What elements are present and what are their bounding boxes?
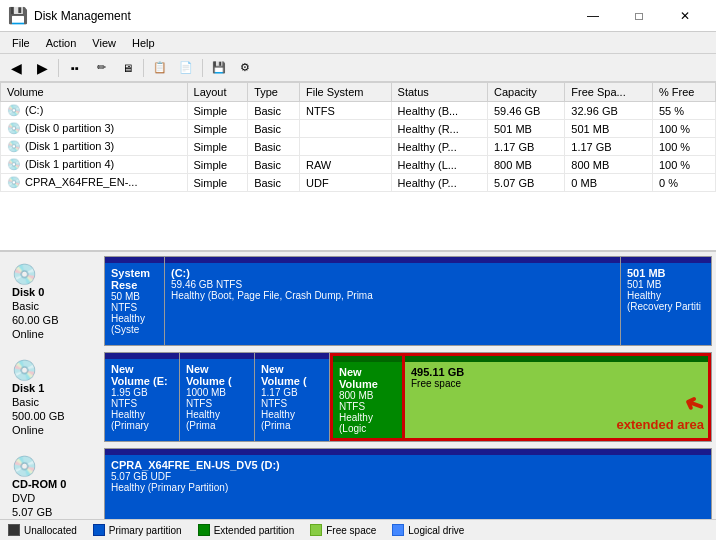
disk0-part1-size: 50 MB NTFS [111,291,158,313]
disk1-part2-name: New Volume ( [186,363,248,387]
disk0-status: Online [12,328,96,340]
disk0-partitions: System Rese 50 MB NTFS Healthy (Syste (C… [104,256,712,346]
disk0-name: Disk 0 [12,286,96,298]
disk1-part3[interactable]: New Volume ( 1.17 GB NTFS Healthy (Prima [255,353,330,441]
disk0-part2[interactable]: (C:) 59.46 GB NTFS Healthy (Boot, Page F… [165,257,621,345]
table-cell-0-2: Basic [248,102,300,120]
cdrom0-partitions: CPRA_X64FRE_EN-US_DV5 (D:) 5.07 GB UDF H… [104,448,712,519]
legend-extended: Extended partition [198,524,295,536]
volume-table-section: Volume Layout Type File System Status Ca… [0,82,716,252]
toolbar-separator-1 [58,59,59,77]
legend-primary-label: Primary partition [109,525,182,536]
back-button[interactable]: ◀ [4,57,28,79]
table-cell-2-2: Basic [248,138,300,156]
disk1-freespace-size: 495.11 GB [411,366,702,378]
disk1-type: Basic [12,396,96,408]
disk1-part4[interactable]: New Volume 800 MB NTFS Healthy (Logic [330,353,405,441]
menu-action[interactable]: Action [38,35,85,51]
legend-unallocated: Unallocated [8,524,77,536]
table-cell-3-3: RAW [300,156,392,174]
toolbar-btn-6[interactable]: 💾 [207,57,231,79]
legend-logical: Logical drive [392,524,464,536]
table-cell-3-5: 800 MB [487,156,564,174]
disk1-icon: 💿 [12,358,37,382]
table-cell-2-1: Simple [187,138,248,156]
cdrom0-label: 💿 CD-ROM 0 DVD 5.07 GB Online [4,448,104,519]
disk0-part2-name: (C:) [171,267,614,279]
table-cell-3-7: 100 % [652,156,715,174]
table-cell-4-0: 💿CPRA_X64FRE_EN-... [1,174,188,192]
drive-icon: 💿 [7,104,21,116]
legend-unallocated-label: Unallocated [24,525,77,536]
disk1-part2[interactable]: New Volume ( 1000 MB NTFS Healthy (Prima [180,353,255,441]
toolbar-btn-3[interactable]: 🖥 [115,57,139,79]
table-cell-0-1: Simple [187,102,248,120]
table-cell-4-5: 5.07 GB [487,174,564,192]
table-cell-0-4: Healthy (B... [391,102,487,120]
col-filesystem: File System [300,83,392,102]
col-volume: Volume [1,83,188,102]
forward-button[interactable]: ▶ [30,57,54,79]
table-cell-2-5: 1.17 GB [487,138,564,156]
table-row[interactable]: 💿(C:)SimpleBasicNTFSHealthy (B...59.46 G… [1,102,716,120]
table-cell-1-5: 501 MB [487,120,564,138]
table-cell-0-5: 59.46 GB [487,102,564,120]
table-row[interactable]: 💿CPRA_X64FRE_EN-...SimpleBasicUDFHealthy… [1,174,716,192]
menu-help[interactable]: Help [124,35,163,51]
disk0-row: 💿 Disk 0 Basic 60.00 GB Online System Re… [4,256,712,346]
disk1-part1[interactable]: New Volume (E: 1.95 GB NTFS Healthy (Pri… [105,353,180,441]
toolbar-btn-2[interactable]: ✏ [89,57,113,79]
disk1-part1-name: New Volume (E: [111,363,173,387]
disk1-size: 500.00 GB [12,410,96,422]
table-cell-4-6: 0 MB [565,174,653,192]
disk0-size: 60.00 GB [12,314,96,326]
table-row[interactable]: 💿(Disk 1 partition 4)SimpleBasicRAWHealt… [1,156,716,174]
table-cell-4-3: UDF [300,174,392,192]
drive-icon: 💿 [7,158,21,170]
cdrom0-row: 💿 CD-ROM 0 DVD 5.07 GB Online CPRA_X64FR… [4,448,712,519]
cdrom0-part1[interactable]: CPRA_X64FRE_EN-US_DV5 (D:) 5.07 GB UDF H… [105,449,711,519]
disk1-row: 💿 Disk 1 Basic 500.00 GB Online New Volu… [4,352,712,442]
table-cell-1-0: 💿(Disk 0 partition 3) [1,120,188,138]
toolbar-btn-5[interactable]: 📄 [174,57,198,79]
minimize-button[interactable]: — [570,0,616,32]
legend-logical-box [392,524,404,536]
legend-freespace-label: Free space [326,525,376,536]
table-cell-1-7: 100 % [652,120,715,138]
legend-extended-label: Extended partition [214,525,295,536]
table-row[interactable]: 💿(Disk 0 partition 3)SimpleBasicHealthy … [1,120,716,138]
volume-table: Volume Layout Type File System Status Ca… [0,82,716,192]
legend-extended-box [198,524,210,536]
menu-view[interactable]: View [84,35,124,51]
legend-logical-label: Logical drive [408,525,464,536]
table-cell-1-1: Simple [187,120,248,138]
titlebar: 💾 Disk Management — □ ✕ [0,0,716,32]
cdrom0-part1-name: CPRA_X64FRE_EN-US_DV5 (D:) [111,459,705,471]
cdrom0-part1-size: 5.07 GB UDF [111,471,705,482]
maximize-button[interactable]: □ [616,0,662,32]
toolbar-btn-4[interactable]: 📋 [148,57,172,79]
app-icon: 💾 [8,6,28,25]
table-cell-2-3 [300,138,392,156]
disk0-part3[interactable]: 501 MB 501 MB Healthy (Recovery Partiti [621,257,711,345]
disk1-label: 💿 Disk 1 Basic 500.00 GB Online [4,352,104,442]
table-cell-1-4: Healthy (R... [391,120,487,138]
table-row[interactable]: 💿(Disk 1 partition 3)SimpleBasicHealthy … [1,138,716,156]
menu-file[interactable]: File [4,35,38,51]
table-cell-3-4: Healthy (L... [391,156,487,174]
disk0-part1[interactable]: System Rese 50 MB NTFS Healthy (Syste [105,257,165,345]
table-cell-0-7: 55 % [652,102,715,120]
disk-section: 💿 Disk 0 Basic 60.00 GB Online System Re… [0,252,716,519]
toolbar-btn-7[interactable]: ⚙ [233,57,257,79]
table-cell-2-0: 💿(Disk 1 partition 3) [1,138,188,156]
disk0-part2-status: Healthy (Boot, Page File, Crash Dump, Pr… [171,290,614,301]
drive-icon: 💿 [7,122,21,134]
table-cell-3-0: 💿(Disk 1 partition 4) [1,156,188,174]
toolbar-separator-3 [202,59,203,77]
disk1-part4-name: New Volume [339,366,396,390]
close-button[interactable]: ✕ [662,0,708,32]
toolbar-btn-1[interactable]: ▪▪ [63,57,87,79]
disk0-part2-size: 59.46 GB NTFS [171,279,614,290]
menubar: File Action View Help [0,32,716,54]
disk0-label: 💿 Disk 0 Basic 60.00 GB Online [4,256,104,346]
